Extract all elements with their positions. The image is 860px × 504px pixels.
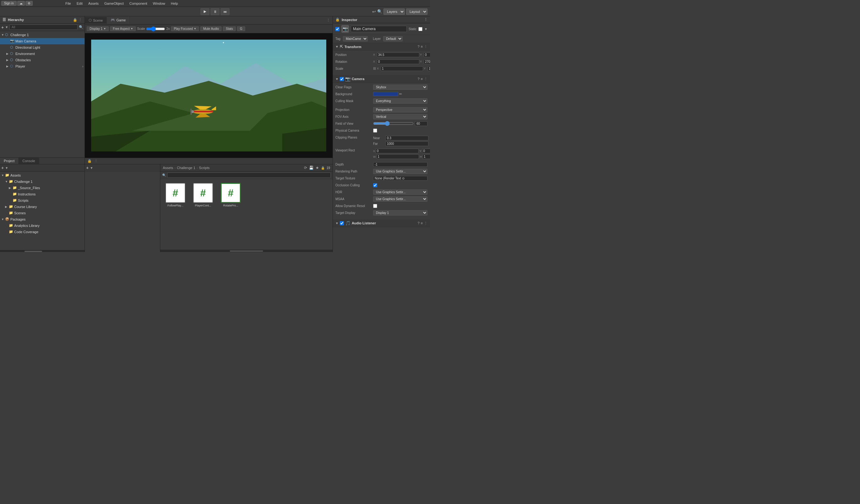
camera-more-button[interactable]: ⋮ <box>424 77 428 81</box>
undo-icon[interactable]: ↩ <box>372 9 376 14</box>
transform-help-button[interactable]: ? <box>417 45 419 49</box>
tree-item-source-files[interactable]: ▶ 📁 _Source_Files <box>0 185 85 191</box>
menu-file[interactable]: File <box>63 1 74 6</box>
breadcrumb-assets[interactable]: Assets <box>163 166 173 170</box>
menu-window[interactable]: Window <box>150 1 168 6</box>
hierarchy-more-button[interactable]: ⋮ <box>78 18 82 22</box>
layout-dropdown[interactable]: Layout <box>406 9 428 15</box>
game-display-button[interactable]: Display 1 ▼ <box>87 26 109 31</box>
tree-item-player[interactable]: ▶ ⬡ Player › <box>0 63 85 70</box>
search-toolbar-icon[interactable]: 🔍 <box>377 9 382 14</box>
audio-listener-header[interactable]: ▼ 🎵 Audio Listener ? ≡ ⋮ <box>333 219 430 227</box>
target-display-dropdown[interactable]: Display 1 <box>373 210 428 216</box>
tree-item-challenge1[interactable]: ▼ ⬡ Challenge 1 <box>0 32 85 38</box>
pause-button[interactable]: ⏸ <box>211 8 219 15</box>
scale-slider[interactable] <box>146 27 165 31</box>
asset-browser-lock-button[interactable]: 🔒 <box>87 159 92 163</box>
cloud-button[interactable]: ☁ <box>17 1 25 6</box>
tree-item-instructions[interactable]: 📁 Instructions <box>0 191 85 197</box>
rendering-path-dropdown[interactable]: Use Graphics Settir... <box>373 169 428 174</box>
tree-item-directional-light[interactable]: ⬡ Directional Light <box>0 44 85 51</box>
tree-item-scenes[interactable]: 📁 Scenes <box>0 210 85 216</box>
tree-item-obstacles[interactable]: ▶ ⬡ Obstacles <box>0 57 85 63</box>
tree-item-scripts[interactable]: 📁 Scripts <box>0 197 85 204</box>
tree-item-packages[interactable]: ▼ 📦 Packages <box>0 216 85 222</box>
menu-edit[interactable]: Edit <box>74 1 85 6</box>
audio-help-button[interactable]: ? <box>417 221 419 225</box>
tree-item-code-coverage[interactable]: 📁 Code Coverage <box>0 229 85 235</box>
tag-dropdown[interactable]: MainCame <box>343 36 368 42</box>
asset-save-icon[interactable]: 💾 <box>309 165 314 170</box>
layer-dropdown[interactable]: Default <box>383 36 403 42</box>
asset-bookmark-icon[interactable]: ★ <box>316 165 319 170</box>
layers-dropdown[interactable]: Layers <box>384 9 405 15</box>
project-tab[interactable]: Project <box>0 158 18 164</box>
msaa-dropdown[interactable]: Use Graphics Settir... <box>373 197 428 202</box>
scene-tab[interactable]: ⬡ Scene <box>85 17 107 24</box>
scale-y-input[interactable] <box>428 66 430 71</box>
menu-component[interactable]: Component <box>127 1 149 6</box>
static-checkbox[interactable] <box>418 27 422 31</box>
game-tab[interactable]: 🎮 Game <box>107 17 130 24</box>
clear-flags-dropdown[interactable]: Skybox <box>373 85 428 90</box>
background-color-swatch[interactable] <box>373 92 398 96</box>
depth-input[interactable] <box>373 162 428 167</box>
hierarchy-search-input[interactable] <box>10 25 78 30</box>
transform-more-button[interactable]: ⋮ <box>424 45 428 49</box>
static-dropdown-arrow[interactable]: ▼ <box>424 27 428 31</box>
camera-help-button[interactable]: ? <box>417 77 419 81</box>
play-focused-button[interactable]: Play Focused ▼ <box>171 26 199 31</box>
viewport-more-button[interactable]: ⋮ <box>324 18 332 22</box>
tree-item-main-camera[interactable]: 📷 Main Camera ⋮ <box>0 38 85 44</box>
fov-axis-dropdown[interactable]: Vertical <box>373 114 428 119</box>
rot-y-input[interactable] <box>424 59 430 64</box>
color-edit-button[interactable]: ✏ <box>399 92 402 96</box>
hierarchy-lock-button[interactable]: 🔒 <box>73 18 77 22</box>
camera-settings-button[interactable]: ≡ <box>421 77 423 81</box>
vp-x-input[interactable] <box>376 149 418 153</box>
pos-x-input[interactable] <box>377 53 419 57</box>
audio-settings-button[interactable]: ≡ <box>421 221 423 225</box>
tree-item-proj-challenge1[interactable]: ▼ 📁 Challenge 1 <box>0 178 85 185</box>
far-input[interactable] <box>385 141 428 146</box>
transform-header[interactable]: ▼ ⇱ Transform ? ≡ ⋮ <box>333 43 430 51</box>
hdr-dropdown[interactable]: Use Graphics Settir... <box>373 189 428 195</box>
menu-assets[interactable]: Assets <box>86 1 101 6</box>
camera-active-checkbox[interactable] <box>340 77 344 81</box>
console-tab[interactable]: Console <box>18 158 39 164</box>
physical-camera-checkbox[interactable] <box>373 129 377 133</box>
allow-dynamic-checkbox[interactable] <box>373 204 377 208</box>
settings-button[interactable]: ⚙ <box>26 1 33 6</box>
occlusion-culling-checkbox[interactable] <box>373 183 377 187</box>
inspector-more-button[interactable]: ⋮ <box>424 18 428 22</box>
near-input[interactable] <box>385 136 428 141</box>
vp-w-input[interactable] <box>376 154 419 159</box>
asset-item-playercont[interactable]: # PlayerCont... <box>190 182 216 208</box>
hierarchy-search-button[interactable]: 🔍 <box>79 25 83 29</box>
tree-item-course-library[interactable]: ▶ 📁 Course Library <box>0 204 85 210</box>
culling-mask-dropdown[interactable]: Everything <box>373 98 428 104</box>
step-button[interactable]: ⏭ <box>221 8 229 15</box>
fov-value-input[interactable] <box>415 121 428 126</box>
pos-y-input[interactable] <box>424 53 430 57</box>
hierarchy-add-button[interactable]: + <box>1 25 4 30</box>
asset-item-followplay[interactable]: # FollowPlay... <box>163 182 188 208</box>
asset-browser-more-button[interactable]: ⋮ <box>94 159 98 163</box>
menu-help[interactable]: Help <box>168 1 181 6</box>
audio-listener-active-checkbox[interactable] <box>340 221 344 225</box>
asset-refresh-icon[interactable]: ⟳ <box>304 165 307 170</box>
rot-x-input[interactable] <box>377 59 419 64</box>
breadcrumb-challenge1[interactable]: Challenge 1 <box>177 166 196 170</box>
stats-button[interactable]: Stats <box>223 26 236 31</box>
scale-x-input[interactable] <box>381 66 423 71</box>
fov-slider[interactable] <box>373 121 414 126</box>
tree-item-analytics[interactable]: 📁 Analytics Library <box>0 222 85 229</box>
sign-in-button[interactable]: Sign in <box>1 1 17 6</box>
mute-audio-button[interactable]: Mute Audio <box>200 26 221 31</box>
audio-more-button[interactable]: ⋮ <box>424 221 428 225</box>
tree-item-environment[interactable]: ▶ ⬡ Environment <box>0 51 85 57</box>
play-button[interactable]: ▶ <box>201 8 209 15</box>
asset-item-rotatepro[interactable]: # RotatePro... <box>218 182 243 208</box>
asset-search-input[interactable] <box>167 173 331 178</box>
inspector-lock-icon[interactable]: 🔒 <box>335 18 340 22</box>
